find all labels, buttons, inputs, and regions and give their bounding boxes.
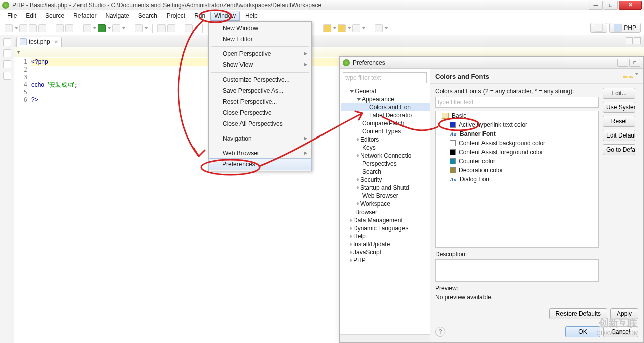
tree-node-appearance[interactable]: Appearance bbox=[341, 95, 430, 103]
nav-icon[interactable] bbox=[352, 24, 360, 32]
debug-icon[interactable] bbox=[83, 24, 91, 32]
tree-node-keys[interactable]: Keys bbox=[341, 144, 430, 152]
menu-item-open-perspective[interactable]: Open Perspective bbox=[209, 48, 311, 59]
menu-item-preferences[interactable]: Preferences bbox=[208, 158, 312, 170]
restore-defaults-button[interactable]: Restore Defaults bbox=[549, 308, 607, 319]
menu-item-web-browser[interactable]: Web Browser bbox=[209, 148, 311, 159]
menu-item-show-view[interactable]: Show View bbox=[209, 59, 311, 71]
menu-run[interactable]: Run bbox=[190, 11, 209, 21]
save-all-icon[interactable] bbox=[29, 24, 37, 32]
tree-node-compare-patch[interactable]: Compare/Patch bbox=[341, 119, 430, 127]
menu-source[interactable]: Source bbox=[41, 11, 68, 21]
perspective-php[interactable]: PHP bbox=[609, 23, 641, 33]
tree-node-help[interactable]: Help bbox=[341, 232, 430, 240]
colors-fonts-filter[interactable]: type filter text bbox=[435, 97, 599, 108]
menu-item-navigation[interactable]: Navigation bbox=[209, 133, 311, 144]
view-icon[interactable] bbox=[3, 49, 11, 57]
menu-file[interactable]: File bbox=[3, 11, 21, 21]
view-icon[interactable] bbox=[3, 72, 11, 80]
tree-node-workspace[interactable]: Workspace bbox=[341, 200, 430, 208]
menu-search[interactable]: Search bbox=[134, 11, 162, 21]
tree-node-content-types[interactable]: Content Types bbox=[341, 127, 430, 135]
tree-node-install-update[interactable]: Install/Update bbox=[341, 240, 430, 248]
menu-edit[interactable]: Edit bbox=[22, 11, 40, 21]
menu-item-close-all-perspectives[interactable]: Close All Perspectives bbox=[209, 118, 311, 129]
editor-tab-testphp[interactable]: test.php ✕ bbox=[16, 37, 62, 47]
window-close-button[interactable] bbox=[619, 1, 642, 10]
new-php-icon[interactable] bbox=[135, 24, 143, 32]
tree-node-colors-and-fonts[interactable]: Colors and Fon bbox=[341, 103, 430, 111]
menu-refactor[interactable]: Refactor bbox=[69, 11, 100, 21]
minimize-view-button[interactable] bbox=[626, 37, 633, 44]
cf-item-basic[interactable]: Basic bbox=[436, 111, 598, 120]
tree-node-network-connections[interactable]: Network Connectio bbox=[341, 152, 430, 160]
horizontal-scrollbar[interactable] bbox=[340, 334, 430, 342]
back-icon[interactable]: ⇦ bbox=[623, 73, 628, 80]
cancel-button[interactable]: Cancel bbox=[603, 326, 638, 337]
colors-fonts-tree[interactable]: BasicActive hyperlink text colorAaBanner… bbox=[435, 111, 599, 248]
toolbar-icon[interactable] bbox=[157, 24, 166, 32]
apply-button[interactable]: Apply bbox=[610, 308, 638, 319]
reset-button[interactable]: Reset bbox=[603, 116, 635, 127]
tree-node-search[interactable]: Search bbox=[341, 168, 430, 176]
save-icon[interactable] bbox=[19, 24, 27, 32]
toolbar-icon[interactable] bbox=[375, 24, 383, 32]
forward-icon[interactable]: ⇨ bbox=[629, 73, 634, 80]
view-icon[interactable] bbox=[3, 60, 11, 68]
toolbar-icon[interactable] bbox=[65, 24, 73, 32]
cf-item-dialog-font[interactable]: AaDialog Font bbox=[436, 175, 598, 184]
open-perspective-button[interactable] bbox=[590, 23, 607, 33]
external-tools-icon[interactable] bbox=[112, 24, 120, 32]
tree-node-perspectives[interactable]: Perspectives bbox=[341, 160, 430, 168]
menu-item-save-perspective-as-[interactable]: Save Perspective As... bbox=[209, 85, 311, 96]
window-minimize-button[interactable] bbox=[589, 1, 603, 10]
nav-forward-icon[interactable] bbox=[338, 24, 346, 32]
nav-back-icon[interactable] bbox=[323, 24, 331, 32]
print-icon[interactable] bbox=[38, 24, 46, 32]
menu-item-new-editor[interactable]: New Editor bbox=[209, 34, 311, 45]
ok-button[interactable]: OK bbox=[565, 326, 600, 337]
new-icon[interactable] bbox=[5, 24, 13, 32]
breadcrumb[interactable]: ▾ bbox=[14, 47, 644, 57]
cf-item-content-assist-foreground-color[interactable]: Content Assist foreground color bbox=[436, 148, 598, 157]
menu-window[interactable]: Window bbox=[210, 11, 240, 21]
run-icon[interactable] bbox=[98, 24, 106, 32]
use-system-font-button[interactable]: Use System Font bbox=[603, 102, 635, 113]
tree-node-label-decorations[interactable]: Label Decoratio bbox=[341, 111, 430, 119]
tree-node-general[interactable]: General bbox=[341, 87, 430, 95]
tree-node-editors[interactable]: Editors bbox=[341, 135, 430, 144]
view-icon[interactable] bbox=[3, 38, 11, 46]
menu-project[interactable]: Project bbox=[163, 11, 189, 21]
tree-node-startup-and-shutdown[interactable]: Startup and Shutd bbox=[341, 184, 430, 192]
tree-node-security[interactable]: Security bbox=[341, 176, 430, 184]
dialog-minimize-button[interactable]: — bbox=[617, 59, 628, 67]
search-icon[interactable] bbox=[185, 24, 193, 32]
tree-node-browser[interactable]: Browser bbox=[341, 208, 430, 216]
preferences-tree[interactable]: GeneralAppearanceColors and FonLabel Dec… bbox=[340, 86, 430, 334]
cf-item-active-hyperlink-text-color[interactable]: Active hyperlink text color bbox=[436, 120, 598, 129]
menu-item-customize-perspective-[interactable]: Customize Perspective... bbox=[209, 74, 311, 85]
cf-item-content-assist-background-color[interactable]: Content Assist background color bbox=[436, 139, 598, 148]
close-icon[interactable]: ✕ bbox=[54, 39, 58, 45]
tree-node-data-management[interactable]: Data Management bbox=[341, 216, 430, 224]
maximize-view-button[interactable] bbox=[634, 37, 641, 44]
go-to-default-button[interactable]: Go to Default bbox=[603, 144, 635, 155]
cf-item-counter-color[interactable]: Counter color bbox=[436, 157, 598, 166]
toolbar-icon[interactable] bbox=[56, 24, 64, 32]
tree-node-web-browser[interactable]: Web Browser bbox=[341, 192, 430, 200]
filter-input[interactable]: type filter text bbox=[343, 72, 427, 83]
help-icon[interactable]: ? bbox=[435, 327, 445, 337]
toolbar-icon[interactable] bbox=[167, 24, 175, 32]
tree-node-dynamic-languages[interactable]: Dynamic Languages bbox=[341, 224, 430, 232]
cf-item-decoration-color[interactable]: Decoration color bbox=[436, 166, 598, 175]
cf-item-banner-font[interactable]: AaBanner Font bbox=[436, 129, 598, 139]
tree-node-javascript[interactable]: JavaScript bbox=[341, 248, 430, 256]
menu-navigate[interactable]: Navigate bbox=[101, 11, 133, 21]
edit-default--button[interactable]: Edit Default... bbox=[603, 130, 635, 141]
menu-item-close-perspective[interactable]: Close Perspective bbox=[209, 107, 311, 118]
tree-node-php[interactable]: PHP bbox=[341, 256, 430, 264]
menu-item-reset-perspective-[interactable]: Reset Perspective... bbox=[209, 96, 311, 107]
menu-help[interactable]: Help bbox=[241, 11, 262, 21]
dialog-maximize-button[interactable]: □ bbox=[629, 59, 640, 67]
menu-item-new-window[interactable]: New Window bbox=[209, 23, 311, 34]
